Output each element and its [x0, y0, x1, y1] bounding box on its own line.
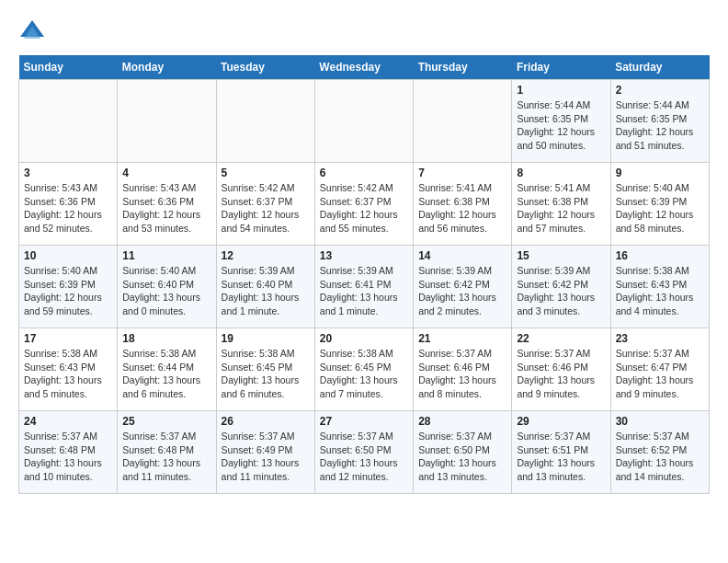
day-info: Sunrise: 5:43 AM Sunset: 6:36 PM Dayligh… [122, 181, 210, 236]
logo [18, 18, 50, 46]
day-info: Sunrise: 5:37 AM Sunset: 6:50 PM Dayligh… [418, 430, 506, 484]
day-info: Sunrise: 5:38 AM Sunset: 6:45 PM Dayligh… [222, 347, 310, 401]
logo-icon [18, 18, 46, 46]
calendar-cell: 30Sunrise: 5:37 AM Sunset: 6:52 PM Dayli… [610, 411, 709, 494]
calendar-cell: 18Sunrise: 5:38 AM Sunset: 6:44 PM Dayli… [118, 328, 216, 411]
calendar-cell: 3Sunrise: 5:43 AM Sunset: 6:36 PM Daylig… [19, 163, 118, 246]
calendar-cell: 28Sunrise: 5:37 AM Sunset: 6:50 PM Dayli… [414, 411, 512, 494]
calendar-cell: 9Sunrise: 5:40 AM Sunset: 6:39 PM Daylig… [610, 163, 709, 246]
calendar-cell: 23Sunrise: 5:37 AM Sunset: 6:47 PM Dayli… [610, 328, 709, 411]
calendar-cell [19, 80, 118, 163]
day-number: 10 [24, 249, 112, 262]
calendar-week-row: 24Sunrise: 5:37 AM Sunset: 6:48 PM Dayli… [19, 411, 710, 494]
calendar-cell: 5Sunrise: 5:42 AM Sunset: 6:37 PM Daylig… [216, 163, 314, 246]
day-info: Sunrise: 5:37 AM Sunset: 6:50 PM Dayligh… [320, 430, 408, 484]
day-number: 21 [418, 332, 506, 345]
day-info: Sunrise: 5:43 AM Sunset: 6:36 PM Dayligh… [24, 181, 112, 236]
calendar-cell: 8Sunrise: 5:41 AM Sunset: 6:38 PM Daylig… [512, 163, 610, 246]
day-info: Sunrise: 5:38 AM Sunset: 6:43 PM Dayligh… [616, 264, 704, 318]
day-info: Sunrise: 5:40 AM Sunset: 6:39 PM Dayligh… [24, 264, 112, 318]
page-header [18, 18, 710, 46]
calendar-week-row: 3Sunrise: 5:43 AM Sunset: 6:36 PM Daylig… [19, 163, 710, 246]
calendar-cell: 14Sunrise: 5:39 AM Sunset: 6:42 PM Dayli… [414, 246, 512, 328]
calendar-cell: 17Sunrise: 5:38 AM Sunset: 6:43 PM Dayli… [19, 328, 118, 411]
day-info: Sunrise: 5:38 AM Sunset: 6:43 PM Dayligh… [24, 347, 112, 401]
day-number: 14 [418, 249, 506, 262]
calendar-cell [216, 80, 314, 163]
weekday-header-wednesday: Wednesday [314, 55, 413, 80]
calendar-table: SundayMondayTuesdayWednesdayThursdayFrid… [18, 55, 710, 494]
day-info: Sunrise: 5:41 AM Sunset: 6:38 PM Dayligh… [517, 181, 605, 236]
day-number: 11 [122, 249, 210, 262]
calendar-cell: 12Sunrise: 5:39 AM Sunset: 6:40 PM Dayli… [216, 246, 314, 328]
day-number: 19 [222, 332, 310, 345]
day-number: 7 [418, 167, 506, 179]
day-info: Sunrise: 5:39 AM Sunset: 6:42 PM Dayligh… [418, 264, 506, 318]
day-number: 18 [122, 332, 210, 345]
calendar-cell: 20Sunrise: 5:38 AM Sunset: 6:45 PM Dayli… [314, 328, 413, 411]
day-info: Sunrise: 5:38 AM Sunset: 6:44 PM Dayligh… [122, 347, 210, 401]
calendar-week-row: 1Sunrise: 5:44 AM Sunset: 6:35 PM Daylig… [19, 80, 710, 163]
calendar-cell: 1Sunrise: 5:44 AM Sunset: 6:35 PM Daylig… [512, 80, 610, 163]
calendar-cell: 7Sunrise: 5:41 AM Sunset: 6:38 PM Daylig… [414, 163, 512, 246]
day-number: 17 [24, 332, 112, 345]
calendar-cell [414, 80, 512, 163]
day-number: 29 [517, 415, 605, 428]
weekday-header-saturday: Saturday [610, 55, 709, 80]
calendar-cell [118, 80, 216, 163]
day-number: 26 [222, 415, 310, 428]
day-info: Sunrise: 5:37 AM Sunset: 6:46 PM Dayligh… [517, 347, 605, 401]
day-info: Sunrise: 5:37 AM Sunset: 6:48 PM Dayligh… [122, 430, 210, 484]
day-info: Sunrise: 5:42 AM Sunset: 6:37 PM Dayligh… [320, 181, 408, 236]
calendar-cell: 15Sunrise: 5:39 AM Sunset: 6:42 PM Dayli… [512, 246, 610, 328]
calendar-week-row: 17Sunrise: 5:38 AM Sunset: 6:43 PM Dayli… [19, 328, 710, 411]
day-number: 20 [320, 332, 408, 345]
calendar-cell: 16Sunrise: 5:38 AM Sunset: 6:43 PM Dayli… [610, 246, 709, 328]
day-info: Sunrise: 5:39 AM Sunset: 6:40 PM Dayligh… [222, 264, 310, 318]
day-info: Sunrise: 5:40 AM Sunset: 6:40 PM Dayligh… [122, 264, 210, 318]
day-info: Sunrise: 5:38 AM Sunset: 6:45 PM Dayligh… [320, 347, 408, 401]
weekday-header-thursday: Thursday [414, 55, 512, 80]
day-number: 12 [222, 249, 310, 262]
calendar-cell: 19Sunrise: 5:38 AM Sunset: 6:45 PM Dayli… [216, 328, 314, 411]
day-info: Sunrise: 5:44 AM Sunset: 6:35 PM Dayligh… [517, 98, 605, 153]
day-info: Sunrise: 5:37 AM Sunset: 6:47 PM Dayligh… [616, 347, 704, 401]
day-info: Sunrise: 5:39 AM Sunset: 6:41 PM Dayligh… [320, 264, 408, 318]
day-number: 3 [24, 167, 112, 179]
day-number: 25 [122, 415, 210, 428]
calendar-cell: 4Sunrise: 5:43 AM Sunset: 6:36 PM Daylig… [118, 163, 216, 246]
day-number: 23 [616, 332, 704, 345]
day-number: 15 [517, 249, 605, 262]
day-info: Sunrise: 5:37 AM Sunset: 6:51 PM Dayligh… [517, 430, 605, 484]
day-info: Sunrise: 5:42 AM Sunset: 6:37 PM Dayligh… [222, 181, 310, 236]
calendar-cell: 25Sunrise: 5:37 AM Sunset: 6:48 PM Dayli… [118, 411, 216, 494]
day-info: Sunrise: 5:40 AM Sunset: 6:39 PM Dayligh… [616, 181, 704, 236]
calendar-cell: 11Sunrise: 5:40 AM Sunset: 6:40 PM Dayli… [118, 246, 216, 328]
weekday-header-row: SundayMondayTuesdayWednesdayThursdayFrid… [19, 55, 710, 80]
calendar-cell: 6Sunrise: 5:42 AM Sunset: 6:37 PM Daylig… [314, 163, 413, 246]
day-number: 28 [418, 415, 506, 428]
calendar-week-row: 10Sunrise: 5:40 AM Sunset: 6:39 PM Dayli… [19, 246, 710, 328]
day-info: Sunrise: 5:37 AM Sunset: 6:48 PM Dayligh… [24, 430, 112, 484]
day-number: 24 [24, 415, 112, 428]
day-number: 27 [320, 415, 408, 428]
calendar-cell: 24Sunrise: 5:37 AM Sunset: 6:48 PM Dayli… [19, 411, 118, 494]
day-info: Sunrise: 5:39 AM Sunset: 6:42 PM Dayligh… [517, 264, 605, 318]
calendar-cell: 10Sunrise: 5:40 AM Sunset: 6:39 PM Dayli… [19, 246, 118, 328]
calendar-cell: 26Sunrise: 5:37 AM Sunset: 6:49 PM Dayli… [216, 411, 314, 494]
calendar-cell: 2Sunrise: 5:44 AM Sunset: 6:35 PM Daylig… [610, 80, 709, 163]
calendar-cell [314, 80, 413, 163]
day-number: 9 [616, 167, 704, 179]
day-number: 13 [320, 249, 408, 262]
calendar-cell: 21Sunrise: 5:37 AM Sunset: 6:46 PM Dayli… [414, 328, 512, 411]
day-number: 6 [320, 167, 408, 179]
day-info: Sunrise: 5:37 AM Sunset: 6:49 PM Dayligh… [222, 430, 310, 484]
day-number: 22 [517, 332, 605, 345]
day-info: Sunrise: 5:44 AM Sunset: 6:35 PM Dayligh… [616, 98, 704, 153]
day-number: 4 [122, 167, 210, 179]
day-number: 8 [517, 167, 605, 179]
calendar-cell: 29Sunrise: 5:37 AM Sunset: 6:51 PM Dayli… [512, 411, 610, 494]
day-info: Sunrise: 5:41 AM Sunset: 6:38 PM Dayligh… [418, 181, 506, 236]
calendar-cell: 27Sunrise: 5:37 AM Sunset: 6:50 PM Dayli… [314, 411, 413, 494]
weekday-header-friday: Friday [512, 55, 610, 80]
